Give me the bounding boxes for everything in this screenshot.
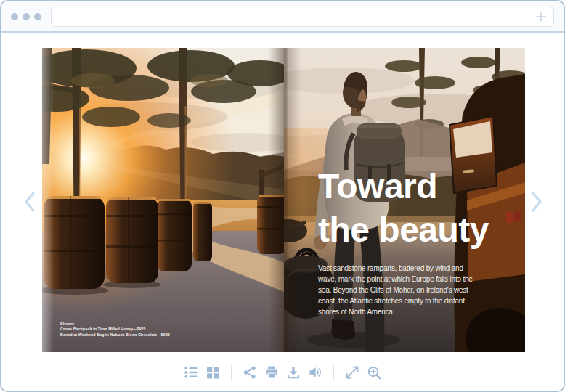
- print-button[interactable]: [264, 364, 280, 380]
- barrel: [157, 199, 192, 271]
- magazine-spread[interactable]: Shown: Crews Backpack in Titan Milled Ho…: [42, 48, 525, 352]
- plus-icon[interactable]: [535, 11, 547, 23]
- article-body-line: coast, the Atlantic stretches empty to t…: [318, 297, 465, 305]
- window-control-dot: [34, 13, 41, 20]
- article-body-line: Vast sandstone ramparts, battered by win…: [318, 264, 463, 272]
- chevron-right-icon: [529, 190, 545, 213]
- fullscreen-button[interactable]: [344, 364, 360, 380]
- window-control-dot: [23, 13, 30, 20]
- table-of-contents-button[interactable]: [183, 364, 199, 380]
- flipbook-viewer: Shown: Crews Backpack in Titan Milled Ho…: [1, 33, 564, 392]
- article-title-line: Toward: [318, 167, 437, 205]
- address-bar[interactable]: [51, 7, 554, 27]
- chevron-left-icon: [22, 190, 38, 213]
- zoom-in-button[interactable]: [366, 364, 382, 380]
- article-title-line: the beauty: [318, 211, 489, 249]
- browser-window: Shown: Crews Backpack in Titan Milled Ho…: [0, 0, 565, 392]
- fullscreen-icon: [345, 365, 359, 380]
- barrel: [193, 202, 212, 261]
- download-icon: [286, 365, 301, 380]
- browser-topbar: [1, 1, 564, 33]
- previous-page-button[interactable]: [20, 189, 39, 215]
- caption-line: Benedict Weekend Bag in Nubuck Bison Cho…: [60, 332, 170, 337]
- toolbar-divider: [231, 365, 232, 380]
- next-page-button[interactable]: [527, 189, 546, 215]
- window-controls: [11, 13, 41, 20]
- share-button[interactable]: [242, 364, 258, 380]
- caption-line: Crews Backpack in Titan Milled Honey—$92…: [60, 327, 146, 331]
- spread-photo: Shown: Crews Backpack in Titan Milled Ho…: [42, 48, 525, 352]
- page-curl-highlight: [42, 48, 54, 352]
- boot: [331, 319, 355, 340]
- table-of-contents-icon: [184, 365, 198, 380]
- left-page[interactable]: Shown: Crews Backpack in Titan Milled Ho…: [42, 48, 300, 352]
- sound-button[interactable]: [307, 364, 323, 380]
- tail-light: [514, 211, 521, 221]
- right-page[interactable]: Toward the beauty Vast sandstone rampart…: [262, 48, 525, 352]
- share-icon: [243, 365, 257, 380]
- barrel: [106, 197, 158, 283]
- page-gutter-shadow: [268, 48, 301, 352]
- print-icon: [264, 365, 279, 380]
- thumbnails-button[interactable]: [205, 364, 221, 380]
- download-button[interactable]: [285, 364, 301, 380]
- window-control-dot: [11, 13, 18, 20]
- open-door: [450, 116, 497, 193]
- tail-light: [506, 212, 513, 223]
- zoom-in-icon: [367, 365, 382, 380]
- thumbnails-icon: [206, 365, 220, 380]
- toolbar-divider: [333, 365, 334, 380]
- article-body-line: shores of North America.: [318, 308, 394, 316]
- caption-line: Shown:: [60, 322, 75, 326]
- article-body-line: wave, mark the point at which Europe fal…: [317, 275, 473, 283]
- article-body-line: sea. Beyond the Clifs of Moher, on Irela…: [318, 286, 468, 294]
- viewer-toolbar: [1, 364, 564, 380]
- sound-icon: [308, 365, 322, 380]
